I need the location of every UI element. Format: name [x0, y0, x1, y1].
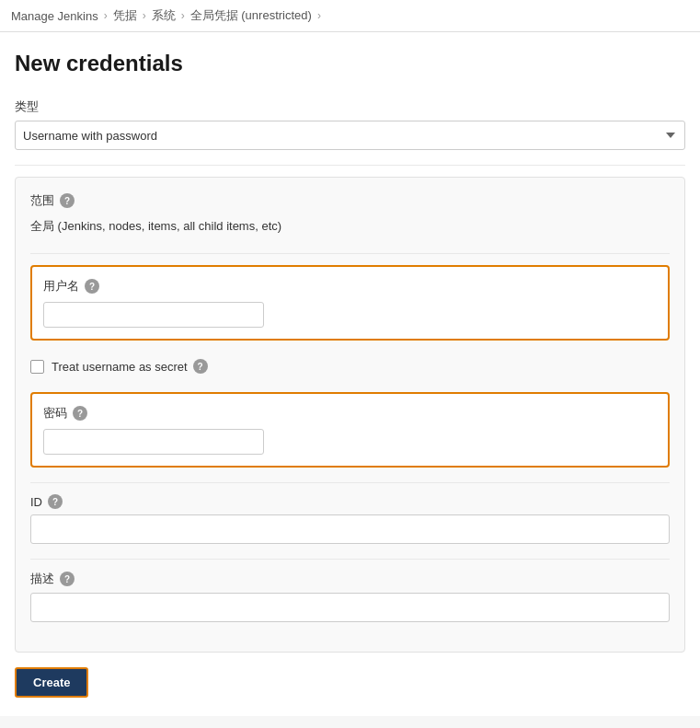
type-field: 类型 Username with password SSH Username w… — [15, 98, 685, 150]
divider-1 — [15, 165, 685, 166]
id-label: ID ? — [30, 494, 670, 509]
breadcrumb-item-credentials[interactable]: 凭据 — [113, 7, 137, 24]
scope-value: 全局 (Jenkins, nodes, items, all child ite… — [30, 214, 670, 238]
scope-label-text: 范围 — [30, 192, 54, 209]
password-input[interactable] — [43, 429, 264, 455]
divider-3 — [30, 482, 670, 483]
page-title: New credentials — [15, 51, 685, 76]
password-field: 密码 ? — [30, 392, 670, 468]
treat-username-row: Treat username as secret ? — [30, 355, 670, 377]
breadcrumb-item-system[interactable]: 系统 — [152, 7, 176, 24]
description-label-text: 描述 — [30, 571, 54, 587]
id-help-icon[interactable]: ? — [48, 494, 63, 509]
username-label: 用户名 ? — [43, 278, 657, 295]
type-label-text: 类型 — [15, 98, 39, 115]
divider-4 — [30, 559, 670, 560]
type-label: 类型 — [15, 98, 685, 115]
scope-label: 范围 ? — [30, 192, 670, 209]
password-help-icon[interactable]: ? — [73, 406, 87, 421]
divider-2 — [30, 253, 670, 254]
page-content: New credentials 类型 Username with passwor… — [0, 32, 700, 716]
breadcrumb-item-global[interactable]: 全局凭据 (unrestricted) — [190, 7, 312, 24]
treat-username-label-text: Treat username as secret — [52, 360, 188, 374]
description-help-icon[interactable]: ? — [60, 572, 75, 586]
treat-username-checkbox[interactable] — [30, 360, 44, 374]
breadcrumb: Manage Jenkins › 凭据 › 系统 › 全局凭据 (unrestr… — [0, 0, 700, 32]
type-select[interactable]: Username with password SSH Username with… — [15, 121, 685, 150]
breadcrumb-sep-1: › — [104, 9, 108, 22]
scoped-section: 范围 ? 全局 (Jenkins, nodes, items, all chil… — [15, 177, 685, 653]
username-help-icon[interactable]: ? — [85, 279, 99, 294]
credentials-form: 类型 Username with password SSH Username w… — [15, 98, 685, 698]
description-input[interactable] — [30, 593, 670, 622]
breadcrumb-sep-4: › — [317, 9, 321, 22]
password-label: 密码 ? — [43, 405, 657, 422]
id-label-text: ID — [30, 495, 42, 509]
breadcrumb-item-manage[interactable]: Manage Jenkins — [11, 9, 98, 23]
password-label-text: 密码 — [43, 405, 67, 422]
description-label: 描述 ? — [30, 571, 670, 587]
username-label-text: 用户名 — [43, 278, 79, 295]
treat-username-label: Treat username as secret ? — [52, 359, 208, 374]
description-field: 描述 ? — [30, 571, 670, 622]
breadcrumb-sep-3: › — [181, 9, 185, 22]
username-input[interactable] — [43, 302, 264, 328]
create-button[interactable]: Create — [15, 667, 88, 698]
treat-username-help-icon[interactable]: ? — [193, 359, 208, 374]
scope-help-icon[interactable]: ? — [60, 193, 75, 208]
breadcrumb-sep-2: › — [143, 9, 146, 22]
scope-field: 范围 ? 全局 (Jenkins, nodes, items, all chil… — [30, 192, 670, 238]
id-input[interactable] — [30, 514, 670, 544]
username-field: 用户名 ? — [30, 265, 670, 341]
id-field: ID ? — [30, 494, 670, 544]
